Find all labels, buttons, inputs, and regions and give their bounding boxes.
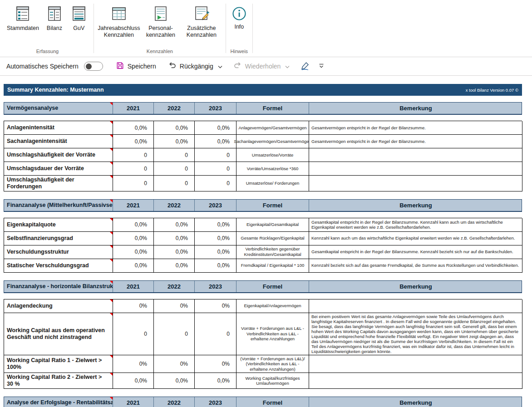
value-2021-cell[interactable]: 0,0% bbox=[113, 121, 154, 135]
kpi-name-cell[interactable]: Verschuldungsstruktur bbox=[4, 245, 113, 259]
year-2022-header-cell[interactable]: 2022 bbox=[154, 103, 195, 114]
value-2021-cell[interactable]: 0,0% bbox=[113, 218, 154, 232]
formel-header-cell[interactable]: Formel bbox=[236, 397, 309, 407]
bemerkung-cell[interactable]: Kennzahl bezieht sich auf das gesamte Fr… bbox=[309, 259, 522, 273]
bemerkung-cell[interactable]: Gesamtkapital entspricht in der Regel de… bbox=[309, 218, 522, 232]
value-2021-cell[interactable]: 0 bbox=[113, 313, 154, 355]
section-title-cell[interactable]: Finanzanalyse - horizontale Bilanzstrukt… bbox=[4, 281, 113, 292]
year-2023-header-cell[interactable]: 2023 bbox=[195, 200, 236, 211]
formel-cell[interactable]: Umsatzerlöse/ Forderungen bbox=[236, 176, 309, 191]
value-2023-cell[interactable]: 0 bbox=[195, 313, 236, 355]
bemerkung-cell[interactable] bbox=[309, 162, 522, 176]
kpi-name-cell[interactable]: Umschlagshäufigkeit der Vorräte bbox=[4, 148, 113, 162]
value-2022-cell[interactable]: 0 bbox=[154, 148, 195, 162]
value-2023-cell[interactable]: 0,0% bbox=[195, 135, 236, 148]
kpi-name-cell[interactable]: Sachanlagenintensität bbox=[4, 135, 113, 148]
value-2023-cell[interactable]: 0 bbox=[195, 148, 236, 162]
year-2022-header-cell[interactable]: 2022 bbox=[154, 397, 195, 407]
year-2021-header-cell[interactable]: 2021 bbox=[113, 103, 154, 114]
formel-cell[interactable]: Gesamte Rücklagen/Eigenkapital bbox=[236, 232, 309, 245]
formel-header-cell[interactable]: Formel bbox=[236, 281, 309, 292]
formel-cell[interactable]: Sachanlagevermögen/Gesamtvermögen bbox=[236, 135, 309, 148]
kpi-name-cell[interactable]: Anlagenintensität bbox=[4, 121, 113, 135]
stammdaten-button[interactable]: Stammdaten bbox=[5, 4, 41, 33]
ink-pen-button[interactable] bbox=[300, 61, 310, 72]
section-title-cell[interactable]: Analyse der Erfolgslage - Rentabilitätsa… bbox=[4, 397, 113, 407]
value-2022-cell[interactable]: 0,0% bbox=[154, 245, 195, 259]
redo-dropdown-button[interactable] bbox=[285, 63, 290, 70]
bilanz-button[interactable]: Bilanz bbox=[43, 4, 66, 33]
year-2022-header-cell[interactable]: 2022 bbox=[154, 281, 195, 292]
kpi-name-cell[interactable]: Umschlagshäufigkeit der Forderungen bbox=[4, 176, 113, 191]
bemerkung-header-cell[interactable]: Bemerkung bbox=[309, 281, 522, 292]
section-title-cell[interactable]: Vermögensanalyse bbox=[4, 103, 113, 114]
bemerkung-cell[interactable] bbox=[309, 299, 522, 313]
value-2022-cell[interactable]: 0 bbox=[154, 162, 195, 176]
year-2023-header-cell[interactable]: 2023 bbox=[195, 281, 236, 292]
value-2023-cell[interactable]: 0,0% bbox=[195, 259, 236, 273]
value-2022-cell[interactable]: 0 bbox=[154, 313, 195, 355]
bemerkung-cell[interactable]: Gesamtvermögen entspricht in der Regel d… bbox=[309, 135, 522, 148]
kpi-name-cell[interactable]: Working Capital Ratio 1 - Zielwert > 100… bbox=[4, 355, 113, 373]
formel-cell[interactable]: Fremdkapital / Eigenkapital * 100 bbox=[236, 259, 309, 273]
value-2022-cell[interactable]: 0,0% bbox=[154, 373, 195, 389]
zusaetzliche-kennzahlen-button[interactable]: Zusätzliche Kennzahlen bbox=[181, 4, 222, 39]
redo-button[interactable]: Wiederholen bbox=[233, 61, 281, 71]
jahresabschluss-kennzahlen-button[interactable]: Jahresabschluss Kennzahlen bbox=[97, 4, 141, 39]
value-2022-cell[interactable]: 0,0% bbox=[154, 135, 195, 148]
year-2023-header-cell[interactable]: 2023 bbox=[195, 103, 236, 114]
autosave-toggle[interactable] bbox=[84, 62, 103, 71]
value-2022-cell[interactable]: 0,0% bbox=[154, 232, 195, 245]
value-2021-cell[interactable]: 0,0% bbox=[113, 259, 154, 273]
bemerkung-cell[interactable] bbox=[309, 373, 522, 389]
section-title-cell[interactable]: Finanzanalyse (Mittelherkunft/Passivseit… bbox=[4, 200, 113, 211]
value-2021-cell[interactable]: 0,0% bbox=[113, 373, 154, 389]
bemerkung-header-cell[interactable]: Bemerkung bbox=[309, 103, 522, 114]
value-2022-cell[interactable]: 0% bbox=[154, 299, 195, 313]
kpi-name-cell[interactable]: Selbstfinanzierungsgrad bbox=[4, 232, 113, 245]
value-2021-cell[interactable]: 0,0% bbox=[113, 245, 154, 259]
kpi-name-cell[interactable]: Working Capital aus dem operativen Gesch… bbox=[4, 313, 113, 355]
formel-cell[interactable]: Vorräte/Umsatzerlöse *360 bbox=[236, 162, 309, 176]
formel-header-cell[interactable]: Formel bbox=[236, 200, 309, 211]
info-button[interactable]: Info bbox=[229, 4, 249, 31]
bemerkung-cell[interactable]: Bei einem positivem Wert ist das gesamte… bbox=[309, 313, 522, 355]
save-button[interactable]: Speichern bbox=[116, 61, 156, 71]
bemerkung-cell[interactable]: Kennzahl kann auch um das wirtschaftlich… bbox=[309, 232, 522, 245]
year-2021-header-cell[interactable]: 2021 bbox=[113, 281, 154, 292]
formel-header-cell[interactable]: Formel bbox=[236, 103, 309, 114]
value-2023-cell[interactable]: 0,0% bbox=[195, 232, 236, 245]
formel-cell[interactable]: Vorräte + Forderungen aus L&L - Verbindl… bbox=[236, 313, 309, 355]
undo-button[interactable]: Rückgängig bbox=[168, 61, 213, 71]
kpi-name-cell[interactable]: Statischer Verschuldungsgrad bbox=[4, 259, 113, 273]
value-2022-cell[interactable]: 0,0% bbox=[154, 121, 195, 135]
value-2022-cell[interactable]: 0,0% bbox=[154, 218, 195, 232]
value-2023-cell[interactable]: 0,0% bbox=[195, 373, 236, 389]
value-2021-cell[interactable]: 0 bbox=[113, 162, 154, 176]
formel-cell[interactable]: Anlagevermögen/Gesamtvermögen bbox=[236, 121, 309, 135]
bemerkung-header-cell[interactable]: Bemerkung bbox=[309, 200, 522, 211]
value-2023-cell[interactable]: 0% bbox=[195, 355, 236, 373]
value-2023-cell[interactable]: 0,0% bbox=[195, 218, 236, 232]
year-2022-header-cell[interactable]: 2022 bbox=[154, 200, 195, 211]
guv-button[interactable]: GuV bbox=[68, 4, 90, 33]
value-2022-cell[interactable]: 0 bbox=[154, 176, 195, 191]
bemerkung-cell[interactable] bbox=[309, 355, 522, 373]
value-2021-cell[interactable]: 0 bbox=[113, 148, 154, 162]
qat-overflow-button[interactable] bbox=[319, 63, 324, 70]
value-2023-cell[interactable]: 0 bbox=[195, 162, 236, 176]
kpi-name-cell[interactable]: Eigenkapitalquote bbox=[4, 218, 113, 232]
value-2021-cell[interactable]: 0,0% bbox=[113, 135, 154, 148]
bemerkung-header-cell[interactable]: Bemerkung bbox=[309, 397, 522, 407]
value-2023-cell[interactable]: 0,0% bbox=[195, 245, 236, 259]
value-2021-cell[interactable]: 0 bbox=[113, 176, 154, 191]
bemerkung-cell[interactable]: Gesamtkapital entspricht in der Regel de… bbox=[309, 245, 522, 259]
formel-cell[interactable]: Eigenkapital/Gesamtkapital bbox=[236, 218, 309, 232]
value-2023-cell[interactable]: 0% bbox=[195, 299, 236, 313]
undo-dropdown-button[interactable] bbox=[218, 63, 222, 70]
formel-cell[interactable]: (Vorräte + Forderungen aus L&L)/ (Verbin… bbox=[236, 355, 309, 373]
bemerkung-cell[interactable] bbox=[309, 176, 522, 191]
year-2021-header-cell[interactable]: 2021 bbox=[113, 397, 154, 407]
value-2023-cell[interactable]: 0 bbox=[195, 176, 236, 191]
kpi-name-cell[interactable]: Anlagendeckung bbox=[4, 299, 113, 313]
